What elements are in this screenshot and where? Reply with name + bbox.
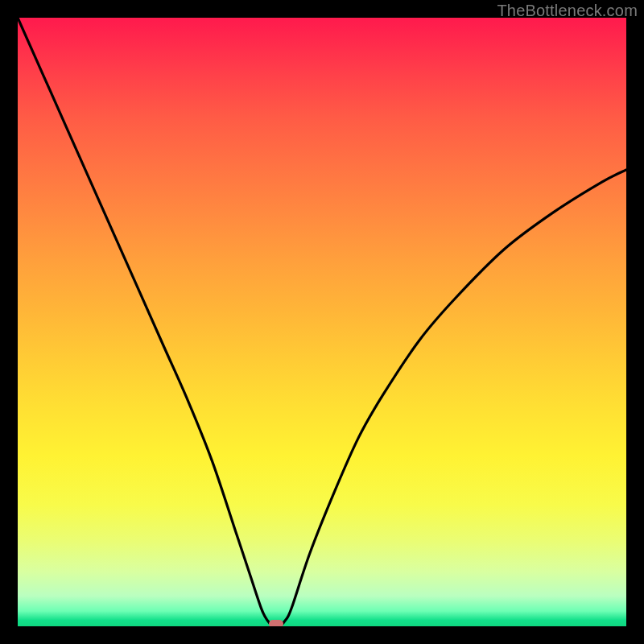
plot-area	[18, 18, 626, 626]
chart-frame: TheBottleneck.com	[0, 0, 644, 644]
watermark-text: TheBottleneck.com	[497, 2, 638, 20]
bottleneck-curve	[18, 18, 626, 626]
curve-svg	[18, 18, 626, 626]
minimum-marker	[269, 620, 283, 626]
